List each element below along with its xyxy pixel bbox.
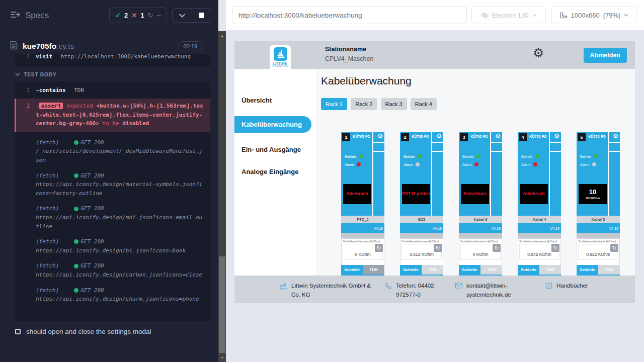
reporter-scrollbar[interactable]: ▲ ▼ [218, 31, 226, 362]
fetch-log-row[interactable]: (fetch) GET 200 https://api.iconify.desi… [15, 286, 210, 304]
schleife-button[interactable]: Schleife [459, 265, 480, 275]
refresh-icon[interactable]: ↻ [375, 244, 383, 252]
tdr-button[interactable]: TDR [363, 265, 384, 275]
sidebar-item[interactable]: Kabelüberwachung [234, 116, 311, 133]
spec-duration: 00:19 [178, 41, 202, 51]
tdr-button[interactable]: TDR [539, 265, 561, 275]
rack-tab[interactable]: Rack 3 [381, 98, 407, 110]
card-settings-gear-icon[interactable]: ⚙ [495, 133, 501, 139]
spec-file-row[interactable]: kue705fo.cy.ts 00:19 [0, 37, 210, 55]
logo-brand-text: LITTWIN [273, 62, 287, 65]
display-text: Aderbruch [347, 192, 368, 197]
pending-icon: ↻ [147, 12, 153, 19]
schleife-button[interactable]: Schleife [518, 265, 539, 275]
display-text: Erdschluss [463, 192, 487, 197]
visit-command-row[interactable]: 1 visit http://localhost:3000/kabelueber… [15, 54, 210, 63]
fetch-log-row[interactable]: (fetch) GET 200 https://api.iconify.desi… [15, 237, 210, 255]
alarm-label: Alarm [462, 163, 471, 166]
url-input[interactable]: http://localhost:3000/kabelueberwachung [232, 6, 467, 24]
refresh-icon[interactable]: ↻ [493, 244, 501, 252]
betrieb-label: Betrieb [404, 155, 415, 158]
fetch-log-row[interactable]: (fetch) GET 200 https://api.iconify.desi… [15, 261, 210, 279]
refresh-icon[interactable]: ↻ [610, 244, 618, 252]
app-sidebar: Übersicht Kabelüberwachung Ein- und Ausg… [234, 69, 316, 276]
firmware-version: V4.19 [433, 227, 442, 230]
littwin-logo: LITTWIN SYSTEMTECHNIK [270, 45, 291, 77]
cypress-reporter-panel: Specs ✓ 2 ✕ 1 ↻ -- [0, 0, 218, 362]
page-title: Kabelüberwachung [321, 75, 412, 87]
fetch-log-row[interactable]: (fetch) GET 200 /_next/static/developmen… [15, 138, 210, 165]
rack-tab[interactable]: Rack 1 [321, 98, 347, 110]
fetch-log-row[interactable]: (fetch) GET 200 https://api.iconify.desi… [15, 204, 210, 231]
stop-button[interactable] [192, 9, 211, 22]
card-settings-gear-icon[interactable]: ⚙ [436, 133, 442, 139]
card-settings-gear-icon[interactable]: ⚙ [613, 133, 618, 139]
test-body-section-header[interactable]: TEST BODY [15, 71, 57, 77]
measurement-label: Schleifenwiderstand [kOhm] [400, 239, 443, 243]
footer-manuals-link[interactable]: Handbücher [545, 282, 588, 291]
rack-tabs: Rack 1 Rack 2 Rack 3 Rack 4 [321, 98, 437, 110]
status-ok-dot [74, 239, 78, 244]
schleife-button[interactable]: Schleife [341, 265, 363, 275]
pending-test-row[interactable]: should open and close the settings modal [15, 328, 151, 335]
alarm-led [416, 162, 420, 166]
logout-button[interactable]: Abmelden [584, 48, 627, 63]
monitoring-device-card: 5 KÜ705-FO ⚙ Betrieb Alarm [577, 132, 620, 276]
test-stats[interactable]: ✓ 2 ✕ 1 ↻ -- [109, 8, 167, 23]
tdr-button[interactable]: TDR [598, 265, 620, 275]
tdr-button[interactable]: TDR [480, 265, 502, 275]
refresh-icon[interactable]: ↻ [434, 244, 442, 252]
schleife-button[interactable]: Schleife [577, 265, 598, 275]
measurement-value-box: ↻ 0.612 KOhm [401, 244, 442, 260]
measurement-value-box: ↻ 0 KOhm [460, 244, 501, 260]
rack-tab[interactable]: Rack 4 [411, 98, 437, 110]
sidebar-item[interactable]: Ein- und Ausgänge [234, 141, 311, 158]
card-settings-gear-icon[interactable]: ⚙ [377, 133, 383, 139]
measurement-value: 0.822 KOhm [586, 252, 610, 257]
device-model: KÜ705-FO [527, 135, 549, 138]
sidebar-item[interactable]: Analoge Eingänge [234, 163, 311, 180]
fetch-method-status: GET 200 [80, 286, 104, 295]
alarm-led [474, 162, 478, 166]
book-icon [545, 282, 553, 290]
display-text: PST-M prüfen [403, 192, 430, 197]
viewport-selector[interactable]: 1000x660 (79%) [551, 6, 637, 24]
firmware-version: V4.19 [374, 227, 383, 230]
command-name: contains [39, 87, 66, 94]
footer-company: Littwin Systemtechnik GmbH & Co. KG [280, 282, 380, 300]
footer-phone: Telefon: 04402 972577-0 [384, 282, 456, 300]
sidebar-item[interactable]: Übersicht [234, 92, 311, 109]
rack-tab[interactable]: Rack 2 [351, 98, 377, 110]
fetch-log-row[interactable]: (fetch) GET 200 https://api.iconify.desi… [15, 171, 210, 198]
status-ok-dot [74, 207, 78, 211]
logo-sub-text: SYSTEMTECHNIK [272, 65, 288, 67]
browser-selector[interactable]: Electron 130 [471, 6, 546, 24]
scroll-up-arrow[interactable]: ▲ [218, 32, 226, 39]
card-number: 5 [578, 133, 586, 141]
alarm-led [533, 162, 537, 166]
command-log-clipped: 1 visit http://localhost:3000/kabelueber… [15, 54, 210, 66]
refresh-icon[interactable]: ↻ [551, 244, 559, 252]
specs-list-icon[interactable] [10, 10, 20, 21]
settings-gear-icon[interactable]: ⚙ [533, 47, 544, 59]
measurement-value: 0 KOhm [472, 252, 488, 257]
measurement-value-box: ↻ 0.822 KOhm [578, 244, 618, 260]
collapse-chevron-icon[interactable] [173, 9, 192, 22]
failed-assert-row[interactable]: 2 -assert expected <button.w-[50%].h-[1.… [15, 99, 210, 132]
betrieb-led [535, 154, 539, 158]
command-name: visit [36, 54, 52, 60]
browser-top-bar: http://localhost:3000/kabelueberwachung … [226, 0, 644, 30]
scrollbar-thumb[interactable] [219, 256, 225, 353]
scroll-down-arrow[interactable]: ▼ [218, 354, 226, 361]
measurement-value: 0.645 KOhm [527, 252, 551, 257]
tdr-button[interactable]: TDR [422, 265, 443, 275]
schleife-button[interactable]: Schleife [400, 265, 422, 275]
contains-command-row[interactable]: 1 -contains TDR [15, 84, 210, 97]
measurement-label: Schleifenwiderstand [kOhm] [459, 239, 502, 243]
betrieb-label: Betrieb [521, 155, 532, 158]
cable-label: Kabel 5 [577, 216, 620, 223]
measurement-value-box: ↻ 0.645 KOhm [519, 244, 559, 260]
card-settings-gear-icon[interactable]: ⚙ [554, 133, 559, 139]
passed-count: 2 [124, 12, 128, 19]
betrieb-led [359, 154, 363, 158]
